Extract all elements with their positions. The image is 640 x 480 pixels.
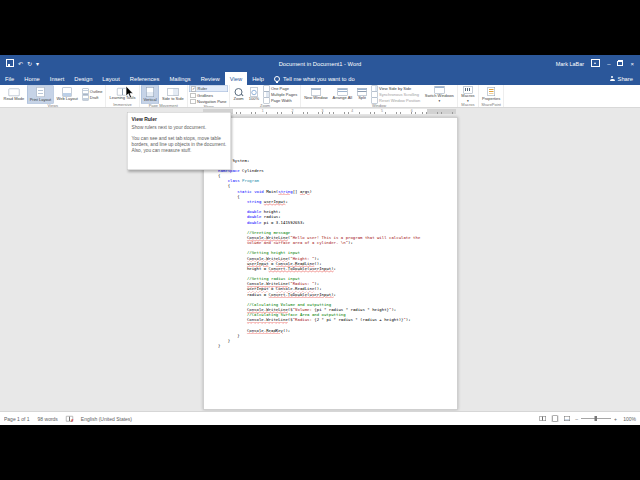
status-print-layout-button[interactable] (551, 415, 558, 422)
zoom-100-icon (250, 87, 258, 96)
redo-button[interactable]: ↻ (27, 61, 32, 67)
draft-button[interactable]: Draft (81, 95, 104, 101)
group-immersive: Learning Tools Immersive (106, 85, 139, 107)
properties-button[interactable]: Properties (480, 86, 502, 103)
language-indicator[interactable]: English (United States) (81, 416, 132, 422)
zoom-out-button[interactable]: – (575, 416, 578, 422)
ribbon-display-options-button[interactable] (591, 59, 600, 68)
page-width-icon (263, 97, 269, 103)
ruler-checkbox[interactable]: ✓ Ruler (189, 86, 228, 93)
zoom-slider: – + (575, 416, 617, 422)
web-layout-button[interactable]: Web Layout (55, 86, 80, 103)
status-read-mode-icon (540, 416, 547, 421)
tab-references[interactable]: References (125, 72, 165, 85)
quick-access-toolbar: ↶ ↻ ▾ (0, 59, 39, 68)
tab-help[interactable]: Help (247, 72, 269, 85)
navigation-pane-checkbox-box (191, 99, 196, 104)
window-title: Document in Document1 - Word (0, 61, 640, 67)
print-layout-button[interactable]: Print Layout (27, 86, 53, 104)
tab-file[interactable]: File (0, 72, 19, 85)
zoom-100-button[interactable]: 100% (247, 86, 261, 103)
word-count[interactable]: 98 words (38, 416, 58, 422)
ribbon-display-options-icon (591, 59, 600, 67)
restore-icon (617, 60, 623, 66)
share-person-icon (610, 76, 615, 82)
side-to-side-button[interactable]: Side to Side (160, 86, 186, 103)
switch-windows-icon (434, 86, 444, 94)
tab-review[interactable]: Review (196, 72, 225, 85)
titlebar-right: Mark LaBar – × (556, 59, 640, 68)
tell-me-box[interactable]: Tell me what you want to do (269, 72, 360, 85)
reset-window-position-icon (372, 97, 378, 103)
zoom-percentage[interactable]: 100% (622, 416, 636, 422)
tab-view[interactable]: View (225, 72, 247, 85)
zoom-magnifier-icon (235, 88, 243, 96)
lightbulb-icon (274, 76, 280, 82)
zoom-slider-thumb[interactable] (595, 416, 598, 421)
share-button[interactable]: Share (603, 72, 640, 85)
gridlines-checkbox-box (191, 93, 196, 98)
qat-customize-button[interactable]: ▾ (36, 61, 39, 67)
close-button[interactable]: × (630, 61, 634, 67)
draft-icon (82, 95, 88, 101)
letterbox-top (0, 0, 640, 55)
print-layout-icon (36, 87, 44, 97)
read-mode-button[interactable]: Read Mode (2, 86, 27, 103)
new-window-icon (311, 88, 321, 96)
proofing-errors-icon[interactable]: ✗ (66, 416, 73, 422)
ribbon-tab-row: File Home Insert Design Layout Reference… (0, 72, 640, 85)
switch-windows-dropdown-icon: ▾ (438, 99, 440, 103)
minimize-button[interactable]: – (607, 61, 610, 67)
ruler-checkbox-box: ✓ (191, 86, 196, 91)
screenshot-stage: ↶ ↻ ▾ Document in Document1 - Word Mark … (0, 0, 640, 480)
titlebar: ↶ ↻ ▾ Document in Document1 - Word Mark … (0, 55, 640, 72)
save-icon (6, 59, 14, 67)
status-web-layout-button[interactable] (563, 415, 570, 422)
zoom-in-button[interactable]: + (614, 416, 617, 422)
page-indicator[interactable]: Page 1 of 1 (4, 416, 30, 422)
group-macros: Macros ▾ Macros (458, 85, 479, 107)
letterbox-bottom (0, 425, 640, 480)
tooltip-title: View Ruler (132, 116, 227, 122)
code-block[interactable]: using System; namespace Cylinders{ class… (218, 158, 453, 348)
zoom-button[interactable]: Zoom (231, 86, 245, 103)
user-name[interactable]: Mark LaBar (556, 61, 584, 67)
web-layout-icon (63, 88, 72, 97)
view-side-by-side-button[interactable]: View Side by Side (370, 86, 422, 92)
status-print-layout-icon (552, 416, 557, 422)
group-window: New Window Arrange All Split (301, 85, 458, 107)
one-page-button[interactable]: One Page (262, 86, 299, 92)
new-window-button[interactable]: New Window (302, 86, 329, 103)
tab-layout[interactable]: Layout (97, 72, 124, 85)
read-mode-icon (8, 88, 19, 96)
status-read-mode-button[interactable] (539, 415, 546, 422)
tab-mailings[interactable]: Mailings (164, 72, 195, 85)
gridlines-checkbox[interactable]: Gridlines (189, 93, 228, 99)
tab-design[interactable]: Design (69, 72, 97, 85)
zoom-slider-track[interactable] (581, 418, 611, 419)
undo-button[interactable]: ↶ (18, 61, 23, 67)
outline-button[interactable]: Outline (81, 89, 104, 95)
tell-me-label: Tell me what you want to do (283, 76, 355, 82)
tab-insert[interactable]: Insert (45, 72, 70, 85)
arrange-all-icon (337, 88, 347, 96)
properties-icon (487, 87, 495, 96)
share-label: Share (618, 76, 633, 82)
macros-button[interactable]: Macros ▾ (459, 86, 476, 103)
side-to-side-icon (167, 88, 178, 96)
tab-home[interactable]: Home (19, 72, 44, 85)
split-icon (357, 88, 367, 96)
switch-windows-button[interactable]: Switch Windows ▾ (423, 86, 456, 103)
multiple-pages-button[interactable]: Multiple Pages (262, 92, 299, 98)
tooltip-body: You can see and set tab stops, move tabl… (132, 136, 227, 154)
group-views: Read Mode Print Layout Web Layout (0, 85, 106, 107)
document-page[interactable]: using System; namespace Cylinders{ class… (203, 117, 458, 410)
restore-button[interactable] (617, 60, 623, 67)
save-button[interactable] (6, 59, 14, 68)
arrange-all-button[interactable]: Arrange All (331, 86, 355, 103)
tooltip-intro: Show rulers next to your document. (132, 125, 227, 131)
group-show: ✓ Ruler Gridlines Navigation Pane (188, 85, 230, 107)
group-sharepoint: Properties SharePoint (478, 85, 504, 107)
split-button[interactable]: Split (355, 86, 369, 103)
vertical-button[interactable]: Vertical (141, 86, 159, 104)
